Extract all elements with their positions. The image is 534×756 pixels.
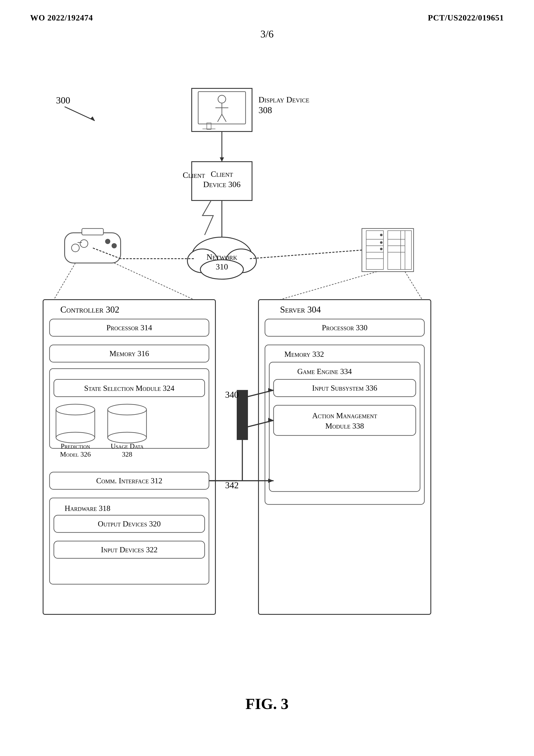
svg-rect-37	[366, 231, 383, 269]
svg-line-1	[64, 107, 95, 121]
fig-label: FIG. 3	[245, 695, 289, 713]
svg-point-23	[226, 249, 256, 273]
svg-point-24	[200, 260, 243, 279]
svg-line-52	[114, 263, 194, 300]
svg-rect-36	[362, 229, 414, 272]
svg-rect-61	[50, 369, 209, 448]
svg-rect-27	[64, 233, 121, 263]
svg-line-51	[54, 263, 75, 300]
svg-text:Action Management: Action Management	[312, 411, 377, 420]
svg-text:Model 326: Model 326	[60, 450, 91, 458]
svg-rect-90	[269, 362, 420, 492]
header-right: PCT/US2022/019651	[428, 13, 504, 22]
svg-point-64	[56, 404, 95, 415]
svg-marker-99	[268, 388, 273, 392]
svg-point-67	[56, 432, 95, 443]
svg-line-53	[280, 272, 377, 300]
svg-text:State Selection Module 324: State Selection Module 324	[84, 384, 174, 392]
svg-marker-2	[90, 117, 95, 121]
svg-line-54	[405, 272, 422, 300]
svg-marker-101	[268, 418, 273, 422]
svg-marker-15	[220, 157, 224, 162]
svg-line-50	[250, 250, 362, 259]
svg-text:308: 308	[259, 105, 272, 115]
svg-rect-5	[207, 123, 211, 129]
svg-rect-57	[50, 319, 209, 336]
svg-point-45	[380, 241, 383, 244]
svg-text:Server 304: Server 304	[280, 305, 321, 314]
svg-rect-84	[259, 300, 431, 614]
svg-text:Display Device: Display Device	[259, 95, 309, 104]
svg-rect-39	[401, 231, 411, 269]
svg-rect-16	[192, 162, 252, 201]
svg-text:Output Devices 320: Output Devices 320	[98, 520, 161, 528]
svg-line-35	[93, 248, 121, 259]
svg-text:Usage Data: Usage Data	[111, 442, 144, 450]
svg-text:Comm. Interface 312: Comm. Interface 312	[96, 476, 163, 485]
svg-rect-94	[273, 405, 416, 435]
svg-text:Controller 302: Controller 302	[60, 305, 119, 314]
svg-point-29	[71, 244, 79, 252]
svg-text:Processor 314: Processor 314	[106, 323, 152, 332]
svg-text:328: 328	[122, 450, 132, 458]
svg-rect-88	[265, 345, 424, 504]
svg-rect-3	[192, 88, 252, 131]
svg-text:342: 342	[225, 480, 239, 490]
svg-text:Game Engine 334: Game Engine 334	[297, 367, 352, 376]
svg-rect-78	[50, 498, 209, 584]
svg-rect-76	[50, 472, 209, 489]
svg-text:Processor 330: Processor 330	[322, 323, 368, 332]
svg-point-68	[108, 404, 146, 415]
svg-line-10	[217, 114, 222, 122]
diagram-svg: 300 Display Device 308 Client Client Dev…	[21, 47, 513, 694]
svg-text:Input Devices 322: Input Devices 322	[101, 545, 158, 554]
svg-rect-92	[273, 379, 416, 397]
svg-point-44	[380, 234, 383, 236]
svg-text:Hardware 318: Hardware 318	[64, 504, 111, 513]
svg-text:Client: Client	[211, 170, 233, 178]
svg-line-100	[248, 420, 273, 427]
svg-rect-86	[265, 319, 424, 336]
svg-rect-38	[388, 231, 405, 269]
svg-point-32	[105, 239, 110, 244]
svg-line-11	[222, 114, 226, 122]
page-number: 3/6	[261, 28, 273, 40]
svg-point-71	[108, 432, 146, 443]
svg-text:Network: Network	[207, 253, 237, 261]
header-left: WO 2022/192474	[30, 13, 93, 22]
svg-text:Memory 332: Memory 332	[284, 350, 324, 359]
svg-text:300: 300	[56, 95, 70, 106]
svg-text:Prediction: Prediction	[61, 442, 90, 450]
svg-point-46	[380, 248, 383, 250]
svg-rect-28	[82, 229, 103, 235]
svg-point-30	[80, 240, 88, 248]
svg-point-33	[112, 243, 117, 248]
svg-rect-97	[237, 390, 248, 440]
svg-rect-59	[50, 345, 209, 362]
svg-point-21	[192, 237, 252, 276]
svg-marker-105	[268, 478, 273, 483]
svg-rect-4	[198, 92, 245, 124]
svg-line-98	[248, 390, 273, 397]
page-header: WO 2022/192474 PCT/US2022/019651	[0, 13, 534, 22]
svg-text:Input Subsystem 336: Input Subsystem 336	[312, 384, 377, 392]
svg-text:Memory 316: Memory 316	[110, 349, 149, 358]
svg-rect-82	[54, 541, 205, 558]
svg-point-7	[218, 95, 226, 103]
svg-rect-55	[43, 300, 216, 614]
svg-text:Device 306: Device 306	[203, 180, 241, 189]
svg-rect-80	[54, 515, 205, 532]
svg-text:Client: Client	[183, 171, 205, 179]
svg-text:310: 310	[216, 262, 228, 271]
svg-rect-62	[54, 379, 205, 397]
svg-text:340: 340	[225, 390, 239, 400]
svg-text:Module 338: Module 338	[325, 422, 364, 430]
svg-point-22	[188, 249, 217, 273]
